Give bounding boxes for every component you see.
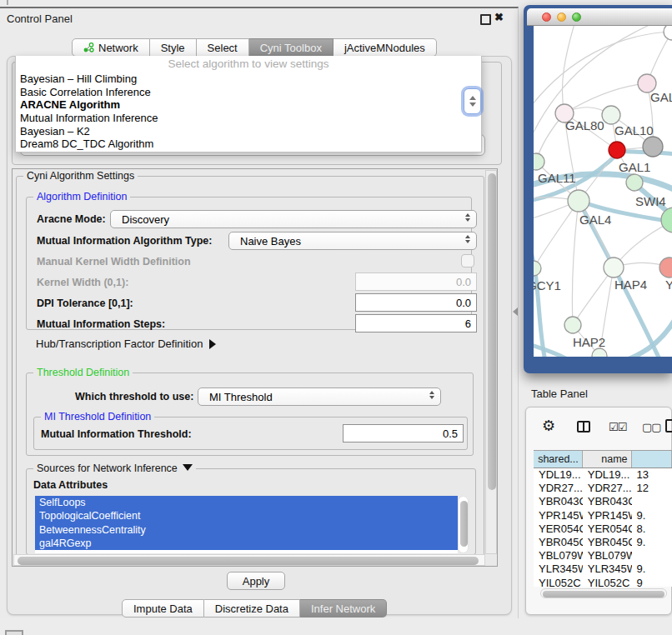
spinner-up-icon	[469, 96, 476, 100]
table-row[interactable]: YDR27...YDR27...12	[534, 482, 672, 495]
dropdown-item-aracne-algorithm[interactable]: ARACNE Algorithm	[16, 98, 481, 112]
aracne-mode-combo[interactable]: Discovery	[110, 210, 477, 228]
node-label: GCY1	[534, 278, 561, 292]
network-node[interactable]	[643, 137, 663, 157]
table-row[interactable]: YBR043CYBR043C	[534, 495, 672, 508]
tab-label: Style	[161, 42, 185, 54]
tab-select[interactable]: Select	[197, 38, 249, 57]
table-row[interactable]: YDL19...YDL19...13	[534, 468, 672, 482]
dropdown-item-basic-correlation-inference[interactable]: Basic Correlation Inference	[16, 86, 481, 99]
network-node-swi4[interactable]	[626, 174, 643, 191]
column-header-name[interactable]: name	[583, 451, 632, 468]
panel-title: Control Panel	[7, 12, 73, 25]
panel-corner-button[interactable]	[5, 630, 23, 635]
select-all-columns-icon[interactable]: ☑☑	[609, 421, 626, 433]
settings-hscrollbar-thumb[interactable]	[18, 557, 479, 565]
tab-style[interactable]: Style	[150, 38, 197, 57]
network-edge[interactable]	[573, 268, 614, 325]
mi-steps-input[interactable]	[355, 314, 477, 332]
network-node-gal4[interactable]	[568, 190, 589, 212]
network-node-gal10[interactable]	[602, 106, 620, 124]
network-node-hap4[interactable]	[604, 258, 624, 278]
cyni-settings-scrollarea: Cyni Algorithm Settings Algorithm Defini…	[12, 168, 498, 567]
network-node[interactable]	[661, 208, 672, 232]
tab-impute-data[interactable]: Impute Data	[122, 599, 204, 618]
network-window-titlebar[interactable]	[527, 8, 672, 26]
tab-jactivemnodules[interactable]: jActiveMNodules	[333, 38, 437, 57]
network-node[interactable]	[664, 26, 672, 40]
network-node-gal1[interactable]	[609, 142, 625, 158]
network-node-hap2[interactable]	[564, 317, 581, 333]
control-panel: Control Panel ✖ NetworkStyleSelectCyni T…	[0, 7, 519, 618]
mi-type-value: Naive Bayes	[240, 235, 301, 248]
network-node-y[interactable]	[659, 258, 672, 278]
tab-discretize-data[interactable]: Discretize Data	[204, 599, 300, 618]
table-row[interactable]: YLR345WYLR345W9.	[534, 562, 672, 576]
settings-hscrollbar[interactable]	[13, 554, 485, 566]
dropdown-item-dream8-dc-tdc-algorithm[interactable]: Dream8 DC_TDC Algorithm	[16, 138, 481, 151]
split-columns-icon[interactable]	[577, 421, 590, 432]
panel-splitter-grip[interactable]	[513, 308, 518, 316]
tab-infer-network[interactable]: Infer Network	[300, 599, 387, 618]
kernel-width-input[interactable]	[355, 272, 477, 291]
network-canvas[interactable]: GALGAL80GAL10GAL1GAL11SWI4GAL4GCY1HAP4YH…	[534, 26, 672, 357]
table-cell: YBR045C	[583, 536, 632, 549]
cyni-mode-tabs: Impute DataDiscretize DataInfer Network	[122, 599, 387, 618]
tab-label: Cyni Toolbox	[260, 42, 322, 54]
close-window-icon[interactable]	[542, 12, 551, 22]
dropdown-items: Bayesian – Hill ClimbingBasic Correlatio…	[16, 72, 481, 151]
tab-cyni-toolbox[interactable]: Cyni Toolbox	[249, 38, 333, 57]
network-graph: GALGAL80GAL10GAL1GAL11SWI4GAL4GCY1HAP4YH…	[534, 26, 672, 357]
table-hscrollbar-track[interactable]	[540, 588, 667, 598]
algorithm-combo-arrows[interactable]	[464, 88, 481, 114]
manual-kernel-checkbox[interactable]	[461, 254, 474, 268]
dropdown-item-mutual-information-inference[interactable]: Mutual Information Inference	[16, 112, 481, 125]
sources-title[interactable]: Sources for Network Inference	[33, 462, 196, 474]
mi-threshold-input[interactable]	[343, 424, 464, 442]
attribute-item-topologicalcoefficient[interactable]: TopologicalCoefficient	[35, 509, 458, 522]
table-hscrollbar-thumb[interactable]	[543, 591, 664, 598]
network-edge[interactable]	[534, 201, 579, 268]
column-header-shared[interactable]: shared...	[534, 451, 583, 468]
data-attributes-list[interactable]: SelfLoopsTopologicalCoefficientBetweenne…	[35, 496, 458, 553]
table-row[interactable]: YBR045CYBR045C9.	[534, 536, 672, 549]
attribute-item-betweennesscentrality[interactable]: BetweennessCentrality	[35, 523, 458, 537]
minimize-window-icon[interactable]	[557, 12, 566, 22]
list-scrollbar-thumb[interactable]	[460, 501, 468, 547]
table-row[interactable]: YPR145WYPR145W9.	[534, 509, 672, 522]
table-row[interactable]: YBL079WYBL079W	[534, 549, 672, 562]
export-table-icon[interactable]	[665, 419, 672, 432]
float-panel-icon[interactable]	[480, 14, 491, 25]
gear-icon[interactable]: ⚙	[542, 417, 555, 435]
column-header-2[interactable]	[632, 451, 672, 468]
attribute-item-selfloops[interactable]: SelfLoops	[35, 496, 458, 509]
table-row[interactable]: YIL052CYIL052C9	[534, 577, 672, 588]
settings-vscrollbar-thumb[interactable]	[488, 173, 496, 490]
tab-network[interactable]: Network	[72, 38, 150, 57]
network-edge[interactable]	[572, 201, 579, 325]
dropdown-item-bayesian-hill-climbing[interactable]: Bayesian – Hill Climbing	[16, 72, 481, 86]
table-row[interactable]: YER054CYER054C8.	[534, 522, 672, 536]
node-label: GAL10	[614, 123, 654, 138]
node-label: HAP4	[614, 278, 647, 292]
table-hscrollbar[interactable]	[540, 588, 667, 598]
zoom-window-icon[interactable]	[572, 12, 581, 22]
tab-label: Infer Network	[311, 602, 375, 615]
table-cell: 9.	[632, 509, 672, 522]
attribute-item-gal4rgexp[interactable]: gal4RGexp	[35, 537, 458, 550]
table-header-row: shared...name	[534, 450, 672, 468]
close-icon[interactable]: ✖	[494, 11, 504, 23]
hub-definition-expander[interactable]: Hub/Transcription Factor Definition	[36, 338, 216, 350]
mi-type-combo[interactable]: Naive Bayes	[228, 232, 477, 250]
deselect-all-columns-icon[interactable]: ▢▢	[642, 421, 661, 433]
mi-threshold-label: Mutual Information Threshold:	[41, 428, 192, 440]
apply-button[interactable]: Apply	[227, 572, 285, 590]
list-scrollbar[interactable]	[458, 496, 469, 553]
network-edge[interactable]	[562, 26, 575, 113]
dpi-tolerance-input[interactable]	[355, 293, 477, 312]
network-node-gcy1[interactable]	[534, 261, 541, 276]
table-cell: 8.	[632, 522, 672, 536]
dropdown-item-bayesian-k2[interactable]: Bayesian – K2	[16, 125, 481, 138]
which-threshold-combo[interactable]: MI Threshold	[198, 388, 441, 406]
settings-vscrollbar[interactable]	[485, 170, 497, 554]
